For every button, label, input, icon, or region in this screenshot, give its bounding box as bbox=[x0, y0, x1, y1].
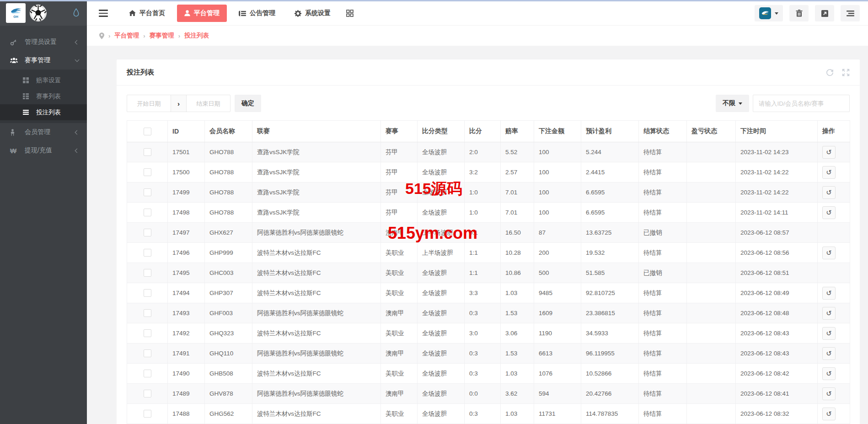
row-checkbox[interactable] bbox=[144, 289, 151, 297]
cell-league: 波特兰木材vs达拉斯FC bbox=[252, 243, 381, 263]
confirm-button[interactable]: 确定 bbox=[235, 95, 261, 112]
undo-button[interactable]: ↺ bbox=[822, 307, 836, 320]
cell-amount: 1190 bbox=[534, 323, 581, 343]
cell-profit: 51.585 bbox=[581, 263, 639, 283]
row-checkbox[interactable] bbox=[144, 249, 151, 257]
sidebar-item-bet-list[interactable]: 投注列表 bbox=[0, 104, 87, 120]
cell-check bbox=[127, 182, 168, 203]
undo-button[interactable]: ↺ bbox=[822, 387, 836, 400]
external-link-button[interactable] bbox=[815, 5, 834, 21]
sidebar-toggle-icon[interactable] bbox=[99, 10, 108, 16]
row-checkbox[interactable] bbox=[144, 390, 151, 397]
cell-odds: 1.53 bbox=[501, 343, 534, 364]
th-list-icon bbox=[23, 93, 31, 99]
cell-id: 17501 bbox=[168, 142, 205, 162]
sidebar-item-odds-settings[interactable]: 赔率设置 bbox=[0, 72, 87, 88]
row-checkbox[interactable] bbox=[144, 229, 151, 236]
nav-item-system-settings[interactable]: 系统设置 bbox=[287, 5, 338, 22]
nav-item-platform-management[interactable]: 平台管理 bbox=[177, 5, 227, 22]
select-all-checkbox[interactable] bbox=[144, 128, 151, 135]
cell-profit: 13.63725 bbox=[581, 223, 639, 243]
undo-button[interactable]: ↺ bbox=[822, 247, 836, 259]
cell-amount: 11731 bbox=[534, 404, 581, 424]
cell-profit: 114.787835 bbox=[581, 404, 639, 424]
cell-league: 波特兰木材vs达拉斯FC bbox=[252, 323, 381, 343]
undo-button[interactable]: ↺ bbox=[822, 367, 836, 380]
breadcrumb-item[interactable]: 平台管理 bbox=[114, 32, 139, 40]
key-icon bbox=[10, 39, 19, 46]
cell-score-type: 上半场波胆 bbox=[418, 223, 465, 243]
brand-logo[interactable]: GH bbox=[6, 3, 26, 23]
cell-league: 阿德莱德胜利vs阿德莱德眼镜蛇 bbox=[252, 223, 381, 243]
cell-score-type: 全场波胆 bbox=[418, 404, 465, 424]
row-checkbox[interactable] bbox=[144, 349, 151, 357]
cell-pl-status bbox=[687, 364, 736, 384]
cell-time: 2023-06-12 08:42 bbox=[736, 364, 818, 384]
sidebar-header: GH bbox=[0, 0, 87, 26]
cell-time: 2023-06-12 08:56 bbox=[736, 243, 818, 263]
cell-settle-status: 待结算 bbox=[639, 303, 687, 323]
row-checkbox[interactable] bbox=[144, 410, 151, 418]
cell-check bbox=[127, 203, 168, 223]
scope-dropdown-label: 不限 bbox=[723, 99, 735, 107]
cell-match: 芬甲 bbox=[381, 203, 418, 223]
undo-button[interactable]: ↺ bbox=[822, 146, 836, 159]
panel-title: 投注列表 bbox=[127, 68, 154, 77]
search-input[interactable] bbox=[753, 95, 850, 112]
sidebar-item-admin-settings[interactable]: 管理员设置 bbox=[0, 33, 87, 51]
navbar-right-tools bbox=[755, 5, 860, 21]
cell-profit: 5.244 bbox=[581, 142, 639, 162]
row-checkbox[interactable] bbox=[144, 209, 151, 216]
nav-item-platform-home[interactable]: 平台首页 bbox=[122, 5, 172, 22]
app-root: GH 管理员设置 bbox=[0, 0, 868, 424]
breadcrumb-item[interactable]: 赛事管理 bbox=[150, 32, 174, 40]
cell-amount: 100 bbox=[534, 203, 581, 223]
sidebar-item-match-management[interactable]: 赛事管理 bbox=[0, 51, 87, 70]
cell-score-type: 全场波胆 bbox=[418, 182, 465, 203]
cell-time: 2023-11-02 14:22 bbox=[736, 182, 818, 203]
panel-list-button[interactable] bbox=[841, 5, 860, 21]
cell-league: 阿德莱德胜利vs阿德莱德眼镜蛇 bbox=[252, 303, 381, 323]
cell-score: 0:3 bbox=[465, 343, 501, 364]
table-row: 17496GHP999波特兰木材vs达拉斯FC美职业上半场波胆1:110.282… bbox=[127, 243, 850, 263]
cell-odds: 7.01 bbox=[501, 203, 534, 223]
undo-button[interactable]: ↺ bbox=[822, 327, 836, 340]
trash-button[interactable] bbox=[789, 5, 809, 21]
start-date-input[interactable] bbox=[127, 95, 171, 112]
water-drop-icon[interactable] bbox=[73, 8, 80, 17]
row-checkbox[interactable] bbox=[144, 329, 151, 337]
user-avatar-dropdown[interactable] bbox=[755, 5, 783, 21]
scope-dropdown-button[interactable]: 不限 bbox=[716, 95, 749, 112]
fullscreen-icon[interactable] bbox=[842, 69, 850, 76]
breadcrumb-item[interactable]: 投注列表 bbox=[184, 32, 209, 40]
sidebar-item-member-management[interactable]: 会员管理 bbox=[0, 123, 87, 141]
end-date-input[interactable] bbox=[186, 95, 230, 112]
sidebar-item-withdraw-recharge[interactable]: ₩ 提现/充值 bbox=[0, 141, 87, 160]
nav-item-announcement-management[interactable]: 公告管理 bbox=[231, 5, 283, 22]
cell-member: GHQ323 bbox=[205, 323, 252, 343]
undo-button[interactable]: ↺ bbox=[822, 408, 836, 420]
cell-id: 17497 bbox=[168, 223, 205, 243]
cell-score: 0:1 bbox=[465, 223, 501, 243]
cell-amount: 87 bbox=[534, 223, 581, 243]
cell-action: ↺ bbox=[818, 384, 850, 404]
nav-item-apps-grid[interactable] bbox=[343, 5, 357, 21]
top-navbar: 平台首页 平台管理 公告管理 系统设置 bbox=[87, 1, 868, 26]
row-checkbox[interactable] bbox=[144, 168, 151, 176]
undo-button[interactable]: ↺ bbox=[822, 206, 836, 219]
cell-score: 0:3 bbox=[465, 404, 501, 424]
row-checkbox[interactable] bbox=[144, 309, 151, 317]
cell-member: GHO788 bbox=[205, 203, 252, 223]
cell-score: 3:2 bbox=[465, 162, 501, 182]
refresh-icon[interactable] bbox=[826, 69, 834, 76]
row-checkbox[interactable] bbox=[144, 269, 151, 277]
undo-button[interactable]: ↺ bbox=[822, 347, 836, 360]
undo-button[interactable]: ↺ bbox=[822, 166, 836, 179]
row-checkbox[interactable] bbox=[144, 188, 151, 196]
undo-button[interactable]: ↺ bbox=[822, 287, 836, 300]
row-checkbox[interactable] bbox=[144, 370, 151, 377]
undo-button[interactable]: ↺ bbox=[822, 186, 836, 199]
cell-score: 3:3 bbox=[465, 283, 501, 303]
sidebar-item-match-list[interactable]: 赛事列表 bbox=[0, 88, 87, 104]
row-checkbox[interactable] bbox=[144, 148, 151, 156]
